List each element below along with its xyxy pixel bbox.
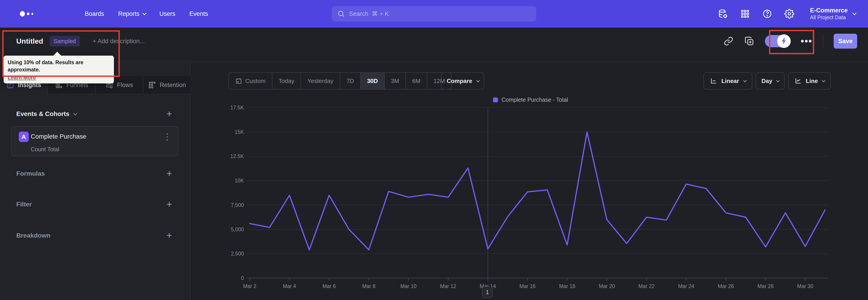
- event-metric[interactable]: Count Total: [31, 146, 59, 153]
- svg-text:Mar 8: Mar 8: [362, 283, 375, 289]
- svg-text:Mar 2: Mar 2: [243, 283, 256, 289]
- svg-text:Mar 22: Mar 22: [638, 283, 655, 289]
- more-options-button[interactable]: •••: [801, 39, 812, 43]
- svg-text:Mar 10: Mar 10: [400, 283, 416, 289]
- calendar-icon: [235, 78, 242, 84]
- svg-text:Mar 18: Mar 18: [559, 283, 575, 289]
- add-filter-button[interactable]: +: [166, 200, 172, 209]
- add-breakdown-button[interactable]: +: [166, 231, 172, 240]
- svg-text:Mar 16: Mar 16: [520, 283, 536, 289]
- mixpanel-logo-icon[interactable]: [20, 11, 33, 17]
- report-title[interactable]: Untitled: [16, 37, 43, 46]
- filter-label: Filter: [16, 201, 32, 208]
- svg-text:5,000: 5,000: [231, 227, 244, 232]
- help-icon[interactable]: [762, 8, 772, 19]
- scale-selector[interactable]: Linear: [704, 72, 752, 90]
- svg-text:17.5K: 17.5K: [230, 105, 244, 111]
- range-custom[interactable]: Custom: [229, 73, 272, 89]
- chevron-down-icon: [143, 11, 147, 15]
- report-header: Untitled Sampled + Add description... ••…: [0, 28, 868, 62]
- add-to-board-icon[interactable]: [744, 36, 754, 46]
- line-chart[interactable]: 02,5005,0007,50010K12.5K15K17.5KMar 2Mar…: [191, 90, 868, 300]
- page-button[interactable]: 1: [482, 287, 493, 298]
- range-6m[interactable]: 6M: [406, 73, 427, 89]
- search-input[interactable]: [349, 10, 531, 18]
- event-card[interactable]: A Complete Purchase ⋮ Count Total: [11, 126, 178, 156]
- save-button[interactable]: Save: [834, 34, 857, 49]
- svg-text:Mar 6: Mar 6: [322, 283, 336, 289]
- lightning-bolt-icon: [777, 34, 791, 48]
- apps-grid-icon[interactable]: [740, 8, 750, 19]
- svg-text:Mar 26: Mar 26: [718, 283, 734, 289]
- range-3m[interactable]: 3M: [385, 73, 406, 89]
- chevron-down-icon: [852, 11, 857, 15]
- tooltip-text: Using 10% of data. Results are approxima…: [8, 59, 110, 73]
- formulas-label: Formulas: [16, 170, 45, 177]
- retention-icon: [148, 81, 156, 89]
- nav-reports[interactable]: Reports: [118, 10, 146, 18]
- interval-selector[interactable]: Day: [756, 72, 784, 90]
- svg-text:Mar 12: Mar 12: [440, 283, 456, 289]
- chevron-down-icon: [73, 112, 77, 115]
- svg-text:15K: 15K: [235, 129, 244, 135]
- add-formula-button[interactable]: +: [166, 169, 172, 178]
- linear-axis-icon: [710, 77, 717, 85]
- project-switcher[interactable]: E-Commerce All Project Data: [810, 7, 855, 21]
- svg-text:7,500: 7,500: [231, 202, 244, 208]
- settings-gear-icon[interactable]: [784, 8, 795, 19]
- data-management-icon[interactable]: [718, 8, 728, 19]
- divider: [823, 35, 823, 48]
- chevron-down-icon: [776, 79, 780, 82]
- range-7d[interactable]: 7D: [340, 73, 361, 89]
- sampling-toggle[interactable]: [765, 35, 790, 47]
- chevron-down-icon: [822, 79, 826, 82]
- add-description-button[interactable]: + Add description...: [93, 38, 145, 45]
- breakdown-label: Breakdown: [16, 232, 51, 239]
- event-series-badge: A: [19, 131, 29, 142]
- chevron-down-icon: [743, 79, 747, 82]
- svg-text:0: 0: [241, 275, 244, 281]
- compare-button[interactable]: Compare: [441, 72, 484, 90]
- range-today[interactable]: Today: [272, 73, 301, 89]
- svg-text:Mar 4: Mar 4: [283, 283, 296, 289]
- nav-events[interactable]: Events: [189, 10, 208, 18]
- project-scope: All Project Data: [810, 14, 848, 21]
- tab-retention[interactable]: Retention: [143, 76, 191, 94]
- sampled-badge[interactable]: Sampled: [50, 36, 80, 46]
- chevron-down-icon: [476, 79, 480, 82]
- nav-users[interactable]: Users: [159, 10, 176, 18]
- svg-text:10K: 10K: [235, 178, 244, 184]
- range-yesterday[interactable]: Yesterday: [301, 73, 340, 89]
- chart-panel: Custom Today Yesterday 7D 30D 3M 6M 12M …: [191, 62, 868, 300]
- learn-more-link[interactable]: Learn More: [8, 74, 36, 81]
- event-kebab-menu[interactable]: ⋮: [163, 131, 172, 142]
- add-event-button[interactable]: +: [166, 109, 172, 119]
- chart-type-selector[interactable]: Line: [788, 72, 831, 90]
- sampling-tooltip: Using 10% of data. Results are approxima…: [4, 56, 114, 83]
- range-30d[interactable]: 30D: [361, 73, 385, 89]
- event-name: Complete Purchase: [31, 133, 86, 140]
- svg-text:Mar 24: Mar 24: [678, 283, 694, 289]
- search-bar[interactable]: [332, 6, 536, 22]
- svg-text:Mar 20: Mar 20: [599, 283, 615, 289]
- copy-link-icon[interactable]: [723, 36, 734, 46]
- nav-boards[interactable]: Boards: [85, 10, 104, 18]
- svg-text:2,500: 2,500: [231, 251, 244, 257]
- project-name: E-Commerce: [810, 7, 848, 14]
- svg-text:12.5K: 12.5K: [230, 153, 244, 159]
- top-nav: Boards Reports Users Events: [0, 0, 868, 28]
- app-window: Boards Reports Users Events: [0, 0, 868, 300]
- events-cohorts-header[interactable]: Events & Cohorts: [16, 110, 76, 118]
- date-range-segmented-control: Custom Today Yesterday 7D 30D 3M 6M 12M: [228, 72, 452, 90]
- query-sidebar: Insights Funnels Flows Retention: [0, 62, 191, 300]
- search-icon: [337, 10, 345, 18]
- svg-text:Mar 30: Mar 30: [797, 283, 813, 289]
- svg-text:Mar 28: Mar 28: [757, 283, 774, 289]
- line-chart-icon: [795, 77, 802, 85]
